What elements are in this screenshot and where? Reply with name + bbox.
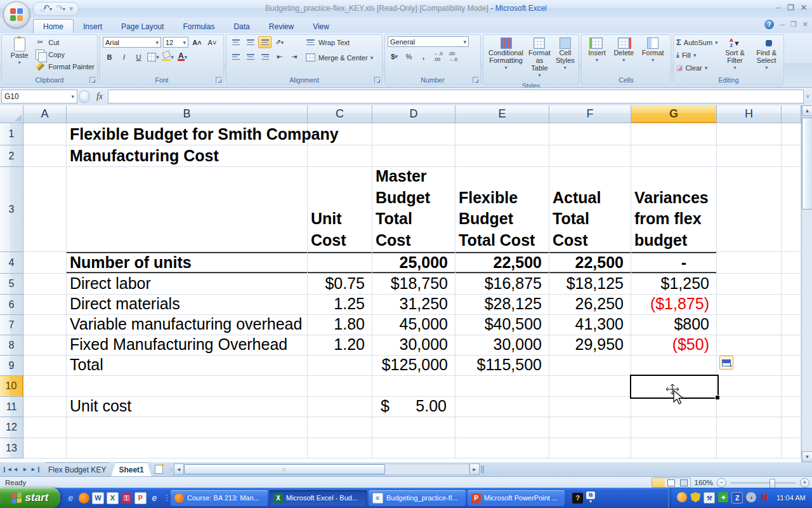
fill-button[interactable]: ⤓ Fill▾: [676, 49, 718, 61]
cell-styles-button[interactable]: Cell Styles▾: [553, 36, 577, 73]
row-header-5[interactable]: 5: [0, 274, 23, 295]
font-family-select[interactable]: Arial▾: [103, 37, 161, 48]
system-tool-icon[interactable]: ⚒: [704, 492, 715, 504]
cell-H4[interactable]: [717, 252, 782, 274]
cell-D4[interactable]: 25,000: [372, 252, 455, 274]
border-select[interactable]: ▾: [147, 51, 160, 63]
font-color-icon[interactable]: A▾: [176, 51, 189, 63]
accounting-format-icon[interactable]: $▾: [388, 50, 401, 62]
top-align-icon[interactable]: [229, 36, 242, 48]
horizontal-scrollbar-thumb[interactable]: ⁞⁞: [184, 464, 385, 474]
start-button[interactable]: start: [0, 488, 60, 508]
workbook-close-button[interactable]: ✕: [802, 20, 808, 29]
cell-H2[interactable]: [717, 145, 782, 167]
cell-E5[interactable]: $16,875: [455, 274, 549, 295]
row-header-4[interactable]: 4: [0, 252, 23, 274]
firefox-icon[interactable]: [79, 493, 89, 504]
row-header-8[interactable]: 8: [0, 335, 23, 356]
percent-style-icon[interactable]: %: [402, 50, 416, 62]
sheet-tab-sheet1[interactable]: Sheet1: [111, 462, 151, 476]
tab-view[interactable]: View: [303, 20, 339, 33]
expand-formula-bar-icon[interactable]: ˅: [806, 93, 809, 100]
row-header-7[interactable]: 7: [0, 315, 23, 335]
zotero-icon[interactable]: Z: [731, 492, 743, 504]
tab-page-layout[interactable]: Page Layout: [112, 20, 173, 33]
decrease-indent-icon[interactable]: ⇤: [273, 51, 286, 63]
vertical-scrollbar-thumb[interactable]: [802, 117, 812, 210]
cell-A4[interactable]: [23, 252, 67, 274]
redo-icon[interactable]: ↷▾: [56, 4, 65, 14]
restore-button[interactable]: ❒: [787, 3, 794, 12]
cell-A3[interactable]: [23, 167, 67, 252]
format-cells-button[interactable]: Format▾: [639, 36, 667, 65]
italic-button[interactable]: I: [117, 51, 131, 63]
column-header-G[interactable]: G: [631, 105, 717, 123]
cell-G3[interactable]: Variances from flex budget: [631, 167, 717, 252]
orientation-icon[interactable]: ⇗▾: [273, 36, 286, 48]
normal-view-icon[interactable]: [652, 478, 665, 487]
row-header-12[interactable]: 12: [0, 417, 23, 438]
fill-color-icon[interactable]: ▾: [161, 51, 174, 63]
column-header-H[interactable]: H: [717, 105, 782, 123]
cell-F8[interactable]: 29,950: [549, 335, 631, 356]
cell-H3[interactable]: [717, 167, 782, 252]
help-tray-icon[interactable]: ?: [572, 493, 583, 504]
formula-input[interactable]: [108, 90, 804, 104]
row-header-9[interactable]: 9: [0, 356, 23, 376]
insert-worksheet-button[interactable]: [149, 462, 169, 476]
cell-D2[interactable]: [372, 145, 455, 167]
cell-D8[interactable]: 30,000: [372, 335, 455, 356]
cell-G8[interactable]: ($50): [631, 335, 717, 356]
row-header-3[interactable]: 3: [0, 167, 23, 252]
cell-A8[interactable]: [23, 335, 67, 356]
cell-B9[interactable]: Total: [67, 356, 308, 376]
increase-indent-icon[interactable]: ⇥: [287, 51, 301, 63]
column-header-E[interactable]: E: [455, 105, 549, 123]
tab-formulas[interactable]: Formulas: [173, 20, 224, 33]
cell-H11[interactable]: [717, 397, 782, 417]
sheet-tab-flex-budget-key[interactable]: Flex Budget KEY: [41, 462, 114, 476]
cell-D9[interactable]: $125,000: [372, 356, 455, 376]
cell-D3[interactable]: Master Budget Total Cost: [372, 167, 455, 252]
cell-C7[interactable]: 1.80: [308, 315, 372, 335]
cell-C1[interactable]: [308, 123, 372, 145]
cell-A13[interactable]: [23, 438, 67, 458]
column-header-C[interactable]: C: [308, 105, 372, 123]
powerpoint-icon[interactable]: P: [134, 492, 147, 504]
zoom-out-icon[interactable]: −: [717, 478, 726, 488]
cell-D7[interactable]: 45,000: [372, 315, 455, 335]
cell-F2[interactable]: [549, 145, 631, 167]
cell-C13[interactable]: [308, 438, 372, 458]
cell-E11[interactable]: [455, 397, 549, 417]
fill-handle[interactable]: [715, 395, 720, 400]
cell-F3[interactable]: Actual Total Cost: [549, 167, 631, 252]
cell-D10[interactable]: [372, 376, 455, 397]
cell-H5[interactable]: [717, 274, 782, 295]
insert-options-smart-tag[interactable]: +: [719, 356, 733, 370]
name-box-splitter[interactable]: [79, 90, 89, 103]
page-layout-view-icon[interactable]: [665, 478, 678, 487]
cell-F12[interactable]: [549, 417, 631, 438]
row-header-11[interactable]: 11: [0, 397, 23, 417]
scroll-down-icon[interactable]: ▼: [802, 451, 812, 462]
alignment-dialog-launcher-icon[interactable]: [374, 77, 381, 83]
paste-button[interactable]: Paste▾: [4, 36, 34, 68]
cell-H7[interactable]: [717, 315, 782, 335]
tab-scroll-splitter[interactable]: ⁞: [169, 462, 174, 476]
format-as-table-button[interactable]: Format as Table▾: [526, 36, 553, 81]
find-select-button[interactable]: Find & Select▾: [752, 36, 781, 73]
cell-G6[interactable]: ($1,875): [631, 295, 717, 315]
scroll-up-icon[interactable]: ▲: [802, 105, 812, 116]
cell-B10[interactable]: [67, 376, 308, 397]
underline-button[interactable]: U: [132, 51, 145, 63]
cell-H1[interactable]: [717, 123, 782, 145]
help-icon[interactable]: ?: [764, 20, 774, 29]
tab-insert[interactable]: Insert: [74, 20, 112, 33]
cell-F1[interactable]: [549, 123, 631, 145]
internet-explorer-icon[interactable]: e: [65, 493, 76, 504]
cell-B5[interactable]: Direct labor: [67, 274, 308, 295]
align-right-icon[interactable]: [258, 51, 272, 63]
workbook-minimize-button[interactable]: ─: [780, 21, 785, 29]
cell-D1[interactable]: [372, 123, 455, 145]
cell-B2[interactable]: Manufacturing Cost: [67, 145, 308, 167]
